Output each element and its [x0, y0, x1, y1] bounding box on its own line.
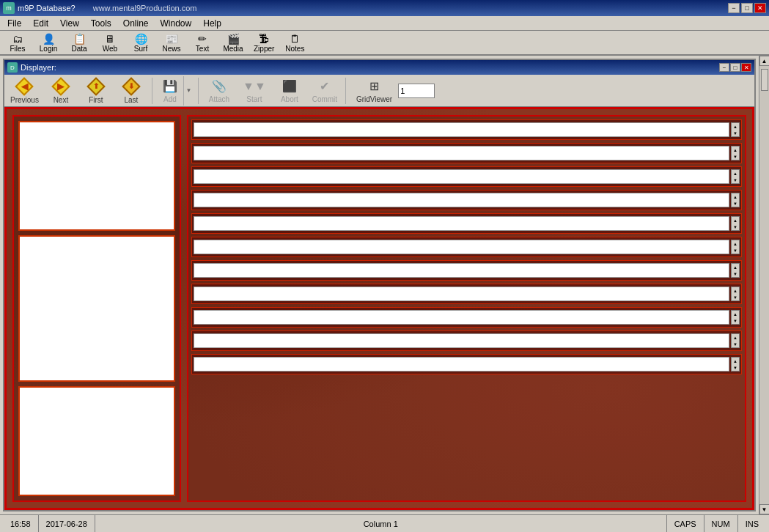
scroll-down-11[interactable]: ▼ [732, 364, 739, 371]
toolbar-news[interactable]: 📰 News [157, 32, 186, 53]
scroll-up-10[interactable]: ▲ [732, 334, 739, 341]
toolbar-notes[interactable]: 🗒 Notes [280, 32, 309, 53]
field-input-7[interactable] [194, 263, 729, 278]
image-box-bottom [18, 386, 175, 496]
status-caps: CAPS [667, 515, 704, 532]
scroll-down-7[interactable]: ▼ [732, 270, 739, 277]
toolbar-files[interactable]: 🗂 Files [3, 32, 32, 53]
scroll-up-9[interactable]: ▲ [732, 311, 739, 317]
window-url: www.mental9Production.com [93, 4, 197, 12]
scroll-down-8[interactable]: ▼ [732, 294, 739, 300]
form-row-1: ▲ ▼ [191, 119, 742, 140]
displayer-toolbar: ◀ Previous ▶ Next ⬆ First [4, 75, 754, 107]
scrollbar-thumb[interactable] [761, 69, 768, 91]
add-button-group: 💾 Add ▼ [157, 76, 194, 106]
scroll-up-11[interactable]: ▲ [732, 358, 739, 364]
field-input-4[interactable] [194, 193, 729, 207]
toolbar-text[interactable]: ✏ Text [188, 32, 217, 53]
next-button[interactable]: ▶ Next [45, 76, 77, 106]
field-input-5[interactable] [194, 216, 729, 231]
field-input-10[interactable] [194, 333, 729, 348]
field-input-9[interactable] [194, 310, 729, 325]
menu-view[interactable]: View [54, 17, 85, 30]
scroll-up-5[interactable]: ▲ [732, 217, 739, 223]
scroll-top-button[interactable]: ▲ [759, 56, 770, 66]
toolbar-separator-1 [152, 78, 152, 104]
displayer-window-controls: − □ ✕ [719, 63, 751, 72]
title-bar: m m9P Database? www.mental9Production.co… [0, 0, 769, 16]
form-row-7: ▲ ▼ [191, 260, 742, 281]
commit-button[interactable]: ✔ Commit [309, 76, 341, 106]
last-button[interactable]: ⬇ Last [115, 76, 147, 106]
scroll-up-4[interactable]: ▲ [732, 193, 739, 200]
add-main-button[interactable]: 💾 Add [157, 76, 183, 106]
toolbar-data[interactable]: 📋 Data [65, 32, 94, 53]
scroll-up-3[interactable]: ▲ [732, 170, 739, 177]
scroll-down-10[interactable]: ▼ [732, 341, 739, 347]
toolbar-zipper[interactable]: 🗜 Zipper [249, 32, 279, 53]
scroll-down-3[interactable]: ▼ [732, 177, 739, 183]
field-input-11[interactable] [194, 357, 729, 372]
scroll-down-9[interactable]: ▼ [732, 317, 739, 324]
scroll-bottom-button[interactable]: ▼ [759, 504, 770, 514]
add-dropdown-arrow[interactable]: ▼ [183, 76, 194, 106]
scroll-down-2[interactable]: ▼ [732, 153, 739, 160]
menu-tools[interactable]: Tools [85, 17, 117, 30]
scroll-down-1[interactable]: ▼ [732, 130, 739, 136]
form-row-4: ▲ ▼ [191, 190, 742, 210]
menu-help[interactable]: Help [197, 17, 227, 30]
add-icon: 💾 [161, 78, 179, 95]
gridviewer-input[interactable] [398, 84, 435, 98]
displayer-titlebar: D Displayer: − □ ✕ [4, 60, 754, 75]
scroll-down-5[interactable]: ▼ [732, 223, 739, 230]
scrollbar-5: ▲ ▼ [731, 216, 740, 231]
toolbar-web[interactable]: 🖥 Web [95, 32, 125, 53]
minimize-button[interactable]: − [728, 3, 740, 13]
close-button[interactable]: ✕ [754, 3, 766, 13]
menu-online[interactable]: Online [117, 17, 155, 30]
first-button[interactable]: ⬆ First [80, 76, 112, 106]
scroll-down-6[interactable]: ▼ [732, 247, 739, 254]
surf-icon: 🌐 [133, 33, 149, 45]
abort-button[interactable]: ⬛ Abort [273, 76, 306, 106]
first-icon: ⬆ [87, 78, 105, 95]
main-area: D Displayer: − □ ✕ ◀ Previous [0, 56, 769, 514]
field-input-1[interactable] [194, 122, 729, 137]
scrollbar-7: ▲ ▼ [731, 263, 740, 278]
toolbar-media[interactable]: 🎬 Media [218, 32, 248, 53]
gridviewer-button[interactable]: ⊞ GridViewer [353, 76, 395, 106]
displayer-close[interactable]: ✕ [741, 63, 751, 72]
field-input-3[interactable] [194, 169, 729, 184]
field-container-1: ▲ ▼ [194, 122, 740, 137]
data-icon: 📋 [71, 33, 87, 45]
menu-file[interactable]: File [1, 17, 27, 30]
attach-button[interactable]: 📎 Attach [203, 76, 235, 106]
field-container-8: ▲ ▼ [194, 287, 740, 301]
form-panel: ▲ ▼ ▲ ▼ [187, 115, 746, 502]
field-input-8[interactable] [194, 287, 729, 301]
maximize-button[interactable]: □ [741, 3, 753, 13]
field-input-6[interactable] [194, 240, 729, 254]
scroll-up-8[interactable]: ▲ [732, 287, 739, 294]
toolbar-login[interactable]: 👤 Login [34, 32, 63, 53]
toolbar-surf[interactable]: 🌐 Surf [126, 32, 155, 53]
start-button[interactable]: ▼▼ Start [238, 76, 271, 106]
window-controls: − □ ✕ [728, 3, 766, 13]
gridviewer-icon: ⊞ [366, 78, 383, 95]
field-container-6: ▲ ▼ [194, 240, 740, 254]
menu-edit[interactable]: Edit [27, 17, 54, 30]
displayer-minimize[interactable]: − [719, 63, 729, 72]
scroll-up-7[interactable]: ▲ [732, 264, 739, 270]
web-icon: 🖥 [102, 33, 118, 45]
toolbar-separator-2 [198, 78, 199, 104]
scroll-down-4[interactable]: ▼ [732, 200, 739, 207]
form-row-11: ▲ ▼ [191, 354, 742, 374]
menu-window[interactable]: Window [155, 17, 198, 30]
scrollbar-10: ▲ ▼ [731, 333, 740, 348]
scroll-up-2[interactable]: ▲ [732, 147, 739, 153]
previous-button[interactable]: ◀ Previous [7, 76, 42, 106]
field-input-2[interactable] [194, 146, 729, 160]
displayer-maximize[interactable]: □ [730, 63, 740, 72]
scroll-up-1[interactable]: ▲ [732, 123, 739, 130]
scroll-up-6[interactable]: ▲ [732, 240, 739, 247]
